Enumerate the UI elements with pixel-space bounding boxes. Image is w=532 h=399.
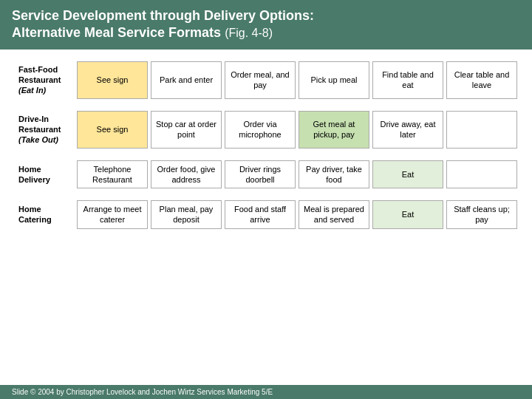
table-row: Fast-FoodRestaurant(Eat In)See signPark … — [15, 61, 517, 99]
table-cell: Plan meal, pay deposit — [151, 200, 222, 229]
table-cell — [446, 160, 517, 189]
table-row: HomeDeliveryTelephone RestaurantOrder fo… — [15, 160, 517, 189]
header-fig: (Fig. 4-8) — [225, 27, 273, 39]
table-cell: Clear table and leave — [446, 61, 517, 99]
table-cell: Arrange to meet caterer — [77, 200, 148, 229]
header-subtitle: Alternative Meal Service Formats — [12, 25, 221, 40]
table-row: Drive-InRestaurant(Take Out)See signStop… — [15, 111, 517, 149]
row-label: Drive-InRestaurant(Take Out) — [15, 111, 74, 149]
table-cell — [446, 111, 517, 149]
table-cell: Drive away, eat later — [372, 111, 443, 149]
table-cell: Eat — [372, 200, 443, 229]
table-row: HomeCateringArrange to meet catererPlan … — [15, 200, 517, 229]
table-cell: Food and staff arrive — [225, 200, 296, 229]
table-cell: Meal is prepared and served — [299, 200, 369, 229]
table-cell: Park and enter — [151, 61, 222, 99]
table-cell: Telephone Restaurant — [77, 160, 148, 189]
table-cell: Driver rings doorbell — [225, 160, 296, 189]
row-label: Fast-FoodRestaurant(Eat In) — [15, 61, 74, 99]
footer-text: Slide © 2004 by Christopher Lovelock and… — [12, 388, 273, 396]
table-cell: See sign — [77, 111, 148, 149]
table-cell: Order food, give address — [151, 160, 222, 189]
table-cell: Find table and eat — [372, 61, 443, 99]
header-title: Service Development through Delivery Opt… — [12, 8, 314, 23]
table-cell: See sign — [77, 61, 148, 99]
table-cell: Order meal, and pay — [225, 61, 296, 99]
table-cell: Get meal at pickup, pay — [299, 111, 369, 149]
table-cell: Order via microphone — [225, 111, 296, 149]
row-label: HomeDelivery — [15, 160, 74, 189]
table-cell: Stop car at order point — [151, 111, 222, 149]
table-cell: Eat — [372, 160, 443, 189]
table-cell: Pay driver, take food — [299, 160, 369, 189]
header: Service Development through Delivery Opt… — [0, 0, 532, 50]
table-cell: Staff cleans up; pay — [446, 200, 517, 229]
service-table: Fast-FoodRestaurant(Eat In)See signPark … — [12, 58, 520, 232]
main-content: Fast-FoodRestaurant(Eat In)See signPark … — [0, 50, 532, 235]
footer: Slide © 2004 by Christopher Lovelock and… — [0, 385, 532, 399]
row-label: HomeCatering — [15, 200, 74, 229]
table-cell: Pick up meal — [299, 61, 369, 99]
